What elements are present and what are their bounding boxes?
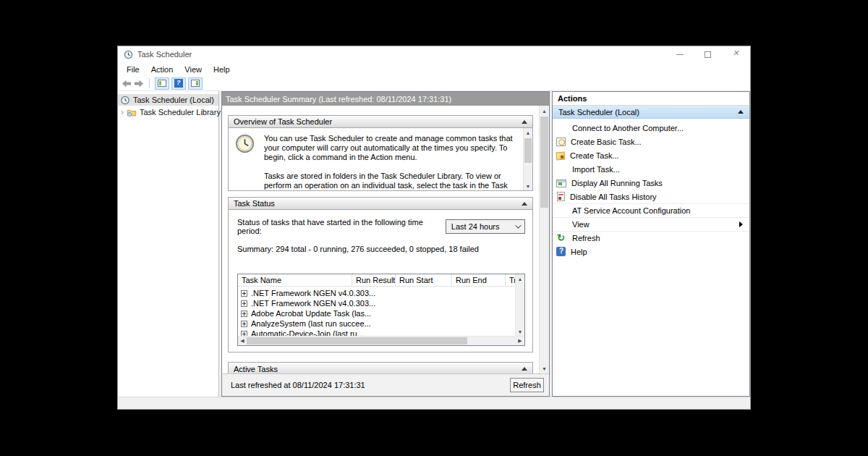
chevron-down-icon xyxy=(515,222,521,228)
expand-plus-icon[interactable] xyxy=(241,290,247,297)
help-toolbar-button[interactable] xyxy=(171,77,186,90)
tree-item-label: Task Scheduler (Local) xyxy=(133,96,214,104)
show-action-pane-button[interactable] xyxy=(188,77,203,90)
time-period-value: Last 24 hours xyxy=(451,222,500,231)
task-scheduler-clock-icon xyxy=(124,50,133,59)
table-row[interactable]: .NET Framework NGEN v4.0.303... xyxy=(238,288,515,298)
toolbar-separator xyxy=(149,78,150,88)
table-row[interactable]: Adobe Acrobat Update Task (las... xyxy=(238,308,515,318)
menu-item[interactable]: View xyxy=(179,65,208,74)
action-pane-icon xyxy=(191,80,200,87)
minimize-button[interactable] xyxy=(665,46,694,62)
action-icon xyxy=(556,247,566,256)
time-period-dropdown[interactable]: Last 24 hours xyxy=(446,219,525,234)
actions-group-header[interactable]: Task Scheduler (Local) xyxy=(553,106,749,119)
overview-title: Overview of Task Scheduler xyxy=(234,117,332,126)
forward-button[interactable] xyxy=(134,79,144,88)
scroll-up-icon[interactable] xyxy=(516,274,524,283)
action-item-label: Help xyxy=(571,248,587,256)
scroll-left-icon[interactable] xyxy=(238,337,247,346)
titlebar[interactable]: Task Scheduler xyxy=(118,46,750,62)
console-tree-icon xyxy=(158,80,166,87)
collapse-icon[interactable] xyxy=(522,202,527,206)
maximize-button[interactable] xyxy=(694,46,722,62)
scrollbar-thumb[interactable] xyxy=(540,117,548,208)
scroll-right-icon[interactable] xyxy=(516,337,524,346)
table-column-header[interactable]: Run End xyxy=(452,274,506,286)
table-column-header[interactable]: Run Result xyxy=(352,274,396,286)
submenu-arrow-icon xyxy=(739,221,743,227)
task-scheduler-window: Task Scheduler FileActionViewHelp xyxy=(117,46,751,410)
window-controls xyxy=(665,46,750,62)
collapse-icon[interactable] xyxy=(738,110,744,114)
task-status-title: Task Status xyxy=(234,199,275,208)
action-icon xyxy=(556,138,566,146)
desktop-background: Task Scheduler FileActionViewHelp xyxy=(0,0,868,456)
action-item-label: Refresh xyxy=(572,234,600,242)
overview-section-header[interactable]: Overview of Task Scheduler xyxy=(229,116,532,128)
action-icon xyxy=(556,206,567,216)
library-folder-icon xyxy=(127,108,137,117)
scroll-up-icon[interactable] xyxy=(524,128,532,137)
scrollbar-track[interactable] xyxy=(524,137,532,182)
scrollbar-thumb[interactable] xyxy=(524,138,532,163)
action-item-label: Disable All Tasks History xyxy=(570,193,657,201)
action-item[interactable]: Connect to Another Computer... xyxy=(553,121,749,135)
table-vertical-scrollbar[interactable] xyxy=(515,274,524,336)
scrollbar-track[interactable] xyxy=(247,337,516,345)
action-item[interactable]: Disable All Tasks History xyxy=(553,190,749,203)
task-status-section: Task Status Status of tasks that have st… xyxy=(228,197,533,352)
close-button[interactable] xyxy=(722,46,750,62)
action-item[interactable]: View xyxy=(553,217,749,231)
minimize-icon xyxy=(676,54,684,55)
scrollbar-thumb[interactable] xyxy=(247,337,467,345)
refresh-button[interactable]: Refresh xyxy=(510,378,544,392)
expand-plus-icon[interactable] xyxy=(241,321,247,327)
table-column-header[interactable]: Run Start xyxy=(396,274,452,286)
task-status-body: Status of tasks that have started in the… xyxy=(229,210,532,352)
tree-item-task-scheduler-library[interactable]: › Task Scheduler Library xyxy=(118,106,218,118)
expand-plus-icon[interactable] xyxy=(241,300,247,307)
menu-item[interactable]: Help xyxy=(208,65,236,74)
table-row[interactable]: .NET Framework NGEN v4.0.303... xyxy=(238,298,515,308)
table-row[interactable]: Automatic-Device-Join (last ru... xyxy=(238,329,515,336)
tree-item-task-scheduler-local[interactable]: Task Scheduler (Local) xyxy=(118,94,218,106)
task-status-section-header[interactable]: Task Status xyxy=(229,198,532,210)
table-column-header[interactable]: Task Name xyxy=(238,274,352,286)
help-icon xyxy=(174,79,183,88)
action-item[interactable]: Create Basic Task... xyxy=(553,135,749,148)
action-item[interactable]: Refresh xyxy=(553,231,749,245)
chevron-right-icon[interactable]: › xyxy=(121,109,124,116)
action-icon xyxy=(556,180,566,187)
task-name-cell: Automatic-Device-Join (last ru... xyxy=(251,329,364,336)
scroll-down-icon[interactable] xyxy=(524,182,532,190)
collapse-icon[interactable] xyxy=(522,120,527,124)
action-item[interactable]: Help xyxy=(553,245,749,258)
scroll-down-icon[interactable] xyxy=(516,327,524,336)
expand-plus-icon[interactable] xyxy=(241,311,247,317)
active-tasks-section: Active Tasks xyxy=(228,362,533,373)
expand-plus-icon[interactable] xyxy=(241,331,247,337)
action-item[interactable]: Import Task... xyxy=(553,162,749,176)
table-horizontal-scrollbar[interactable] xyxy=(238,336,524,345)
table-row[interactable]: AnalyzeSystem (last run succee... xyxy=(238,318,515,329)
action-item[interactable]: AT Service Account Configuration xyxy=(553,203,749,217)
action-item[interactable]: Create Task... xyxy=(553,148,749,162)
scroll-up-icon[interactable] xyxy=(540,106,549,116)
active-tasks-section-header[interactable]: Active Tasks xyxy=(229,363,532,373)
summary-vertical-scrollbar[interactable] xyxy=(539,106,549,373)
scrollbar-track[interactable] xyxy=(540,116,549,363)
table-rows: .NET Framework NGEN v4.0.303... .NET Fra… xyxy=(238,287,515,336)
menu-item[interactable]: Action xyxy=(145,65,179,74)
collapse-icon[interactable] xyxy=(522,367,527,371)
menu-item[interactable]: File xyxy=(121,65,145,74)
summary-scroll-area: Overview of Task Scheduler xyxy=(222,106,539,373)
show-console-tree-button[interactable] xyxy=(155,77,169,90)
table-column-header[interactable]: Triggered By xyxy=(506,274,515,286)
back-button[interactable] xyxy=(122,79,132,88)
action-item[interactable]: Display All Running Tasks xyxy=(553,176,749,190)
overview-scrollbar[interactable] xyxy=(523,128,532,190)
actions-panel: Actions Task Scheduler (Local) Connect t… xyxy=(552,91,750,397)
task-summary-line: Summary: 294 total - 0 running, 276 succ… xyxy=(237,245,525,253)
scroll-down-icon[interactable] xyxy=(540,363,549,373)
